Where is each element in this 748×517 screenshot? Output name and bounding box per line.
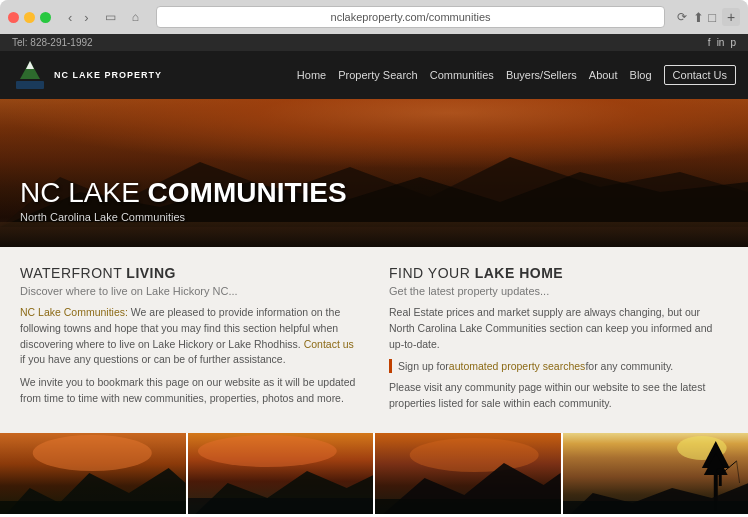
waterfront-body1: NC Lake Communities: We are pleased to p…: [20, 305, 359, 368]
svg-rect-9: [0, 501, 186, 514]
svg-rect-17: [375, 499, 561, 514]
community-card-broadwater-landing[interactable]: Broadwater Landing: [186, 433, 374, 514]
highlight-line: Sign up for automated property searches …: [389, 359, 728, 373]
website-content: Tel: 828-291-1992 f in p NC LAKE PROPERT…: [0, 34, 748, 514]
url-text: nclakeproperty.com/communities: [165, 11, 656, 23]
home-button[interactable]: ⌂: [127, 8, 144, 26]
logo-icon: [12, 57, 48, 93]
content-section: WATERFRONT LIVING Discover where to live…: [0, 247, 748, 433]
waterfront-column: WATERFRONT LIVING Discover where to live…: [20, 265, 359, 419]
new-tab-button[interactable]: +: [722, 8, 740, 26]
highlight-prefix: Sign up for: [398, 360, 449, 372]
community-card-edgewater[interactable]: Edgewater: [373, 433, 561, 514]
lake-home-title-bold: LAKE HOME: [475, 265, 564, 281]
traffic-lights: [8, 12, 51, 23]
hero-subtitle: North Carolina Lake Communities: [20, 211, 347, 223]
browser-titlebar: ‹ › ▭ ⌂ nclakeproperty.com/communities ⟳…: [0, 0, 748, 34]
pinterest-icon[interactable]: p: [730, 37, 736, 48]
social-links: f in p: [708, 37, 736, 48]
nav-property-search[interactable]: Property Search: [338, 69, 417, 81]
browser-actions: ⬆ □: [693, 10, 716, 25]
tabs-button[interactable]: □: [708, 10, 716, 25]
community-card-harbor-ridge[interactable]: Harbor Ridge: [561, 433, 749, 514]
waterfront-title-plain: WATERFRONT: [20, 265, 126, 281]
share-button[interactable]: ⬆: [693, 10, 704, 25]
nav-menu: Home Property Search Communities Buyers/…: [297, 65, 736, 85]
card-4-image: [563, 433, 749, 514]
automated-searches-link[interactable]: automated property searches: [449, 360, 586, 372]
browser-window: ‹ › ▭ ⌂ nclakeproperty.com/communities ⟳…: [0, 0, 748, 34]
svg-point-7: [33, 435, 152, 471]
svg-point-11: [197, 435, 336, 467]
svg-rect-13: [188, 498, 374, 514]
nav-buyers-sellers[interactable]: Buyers/Sellers: [506, 69, 577, 81]
top-bar: Tel: 828-291-1992 f in p: [0, 34, 748, 51]
lake-home-title: FIND YOUR LAKE HOME: [389, 265, 728, 281]
waterfront-title: WATERFRONT LIVING: [20, 265, 359, 281]
facebook-icon[interactable]: f: [708, 37, 711, 48]
close-button[interactable]: [8, 12, 19, 23]
minimize-button[interactable]: [24, 12, 35, 23]
highlight-suffix: for any community.: [585, 360, 673, 372]
address-bar[interactable]: nclakeproperty.com/communities: [156, 6, 665, 28]
nav-communities[interactable]: Communities: [430, 69, 494, 81]
maximize-button[interactable]: [40, 12, 51, 23]
logo-text: NC LAKE PROPERTY: [54, 70, 162, 80]
phone-number: Tel: 828-291-1992: [12, 37, 93, 48]
reading-view-button[interactable]: ▭: [100, 8, 121, 26]
nav-home[interactable]: Home: [297, 69, 326, 81]
community-cards: Anchors Landing: [0, 433, 748, 514]
forward-button[interactable]: ›: [79, 8, 93, 27]
card-3-image: [375, 433, 561, 514]
browser-nav-buttons: ‹ ›: [63, 8, 94, 27]
hero-title-plain: NC LAKE: [20, 177, 148, 208]
reload-button[interactable]: ⟳: [677, 10, 687, 24]
nc-lake-communities-link[interactable]: NC Lake Communities:: [20, 306, 128, 318]
hero-section: NC LAKE COMMUNITIES North Carolina Lake …: [0, 99, 748, 247]
accent-bar: [389, 359, 392, 373]
community-card-anchors-landing[interactable]: Anchors Landing: [0, 433, 186, 514]
waterfront-body1-suffix: if you have any questions or can be of f…: [20, 353, 286, 365]
card-2-image: [188, 433, 374, 514]
hero-title: NC LAKE COMMUNITIES: [20, 178, 347, 209]
nav-contact-button[interactable]: Contact Us: [664, 65, 736, 85]
lake-home-body2: Please visit any community page within o…: [389, 380, 728, 412]
svg-point-15: [410, 438, 539, 472]
svg-rect-3: [16, 81, 44, 89]
lake-home-subtitle: Get the latest property updates...: [389, 285, 728, 297]
contact-us-link[interactable]: Contact us: [304, 338, 354, 350]
hero-text: NC LAKE COMMUNITIES North Carolina Lake …: [20, 178, 347, 223]
card-1-image: [0, 433, 186, 514]
lake-home-column: FIND YOUR LAKE HOME Get the latest prope…: [389, 265, 728, 419]
svg-rect-24: [563, 501, 749, 514]
back-button[interactable]: ‹: [63, 8, 77, 27]
nav-blog[interactable]: Blog: [630, 69, 652, 81]
lake-home-title-plain: FIND YOUR: [389, 265, 475, 281]
lake-home-body1: Real Estate prices and market supply are…: [389, 305, 728, 352]
hero-title-bold: COMMUNITIES: [148, 177, 347, 208]
waterfront-subtitle: Discover where to live on Lake Hickory N…: [20, 285, 359, 297]
site-header: NC LAKE PROPERTY Home Property Search Co…: [0, 51, 748, 99]
logo-area: NC LAKE PROPERTY: [12, 57, 162, 93]
waterfront-title-bold: LIVING: [126, 265, 176, 281]
waterfront-body2: We invite you to bookmark this page on o…: [20, 375, 359, 407]
linkedin-icon[interactable]: in: [717, 37, 725, 48]
hero-water: [0, 222, 748, 247]
nav-about[interactable]: About: [589, 69, 618, 81]
